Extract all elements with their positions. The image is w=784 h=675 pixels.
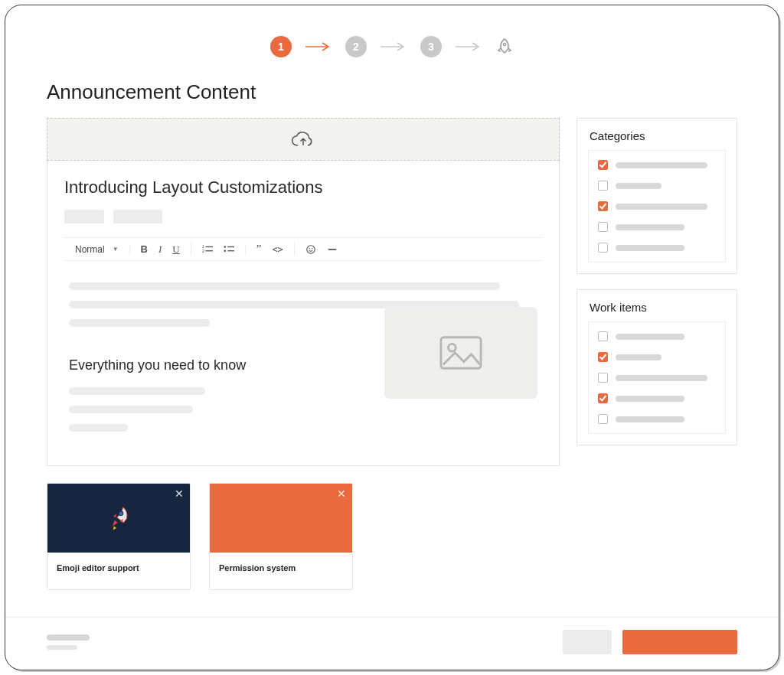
text-placeholder: [69, 406, 193, 413]
arrow-icon: [305, 42, 332, 51]
editor-column: Introducing Layout Customizations Normal…: [47, 118, 560, 617]
text-placeholder: [616, 396, 684, 402]
emoji-icon[interactable]: [305, 244, 316, 255]
text-placeholder: [616, 245, 684, 251]
svg-point-13: [309, 247, 309, 248]
checkbox[interactable]: [598, 243, 608, 253]
editor-card: Introducing Layout Customizations Normal…: [47, 161, 560, 466]
list-item[interactable]: [598, 352, 716, 362]
text-placeholder: [616, 375, 707, 381]
svg-point-8: [224, 246, 226, 248]
categories-list: [588, 150, 726, 262]
checkbox[interactable]: [598, 373, 608, 383]
ordered-list-icon[interactable]: 12: [202, 244, 213, 255]
step-3[interactable]: 3: [420, 36, 442, 57]
checkbox[interactable]: [598, 201, 608, 211]
text-placeholder: [616, 354, 662, 360]
text-placeholder: [616, 416, 684, 422]
chevron-down-icon: ▼: [113, 246, 119, 253]
list-item[interactable]: [598, 181, 716, 191]
post-title[interactable]: Introducing Layout Customizations: [64, 178, 542, 197]
svg-point-10: [224, 249, 226, 252]
checkbox[interactable]: [598, 160, 608, 170]
format-select[interactable]: Normal ▼: [75, 244, 119, 255]
step-1[interactable]: 1: [270, 36, 292, 57]
quote-button[interactable]: ”: [256, 243, 262, 256]
checkbox[interactable]: [598, 393, 608, 403]
editor-body[interactable]: Everything you need to know: [64, 261, 542, 442]
text-placeholder: [616, 224, 684, 230]
panel-title: Categories: [577, 119, 737, 150]
arrow-icon: [456, 42, 482, 51]
footer-meta: [47, 634, 90, 650]
upload-dropzone[interactable]: [47, 118, 560, 161]
format-label: Normal: [75, 244, 105, 255]
text-placeholder: [616, 162, 707, 168]
app-window: 1 2 3 Announcement Content Introducing L: [5, 5, 779, 670]
list-item[interactable]: [598, 393, 716, 403]
bullet-list-icon[interactable]: [224, 244, 234, 255]
list-item[interactable]: [598, 331, 716, 341]
checkbox[interactable]: [598, 352, 608, 362]
text-placeholder: [47, 645, 77, 650]
svg-text:2: 2: [202, 248, 204, 253]
attachment-card[interactable]: ✕ Emoji editor support: [47, 483, 191, 590]
categories-panel: Categories: [577, 118, 737, 274]
text-placeholder: [69, 282, 500, 290]
attachment-thumb: ✕: [210, 484, 352, 553]
svg-point-14: [312, 247, 312, 248]
text-placeholder: [616, 183, 662, 189]
checkbox[interactable]: [598, 222, 608, 232]
list-item[interactable]: [598, 243, 716, 253]
footer-actions: [563, 630, 737, 654]
arrow-icon: [381, 42, 407, 51]
code-button[interactable]: <>: [272, 244, 283, 255]
editor-toolbar: Normal ▼ B I U 12 ” <>: [64, 237, 542, 261]
content-subheading: Everything you need to know: [69, 357, 364, 373]
svg-rect-16: [441, 338, 481, 369]
attachment-title: Emoji editor support: [47, 553, 190, 589]
tag-placeholder[interactable]: [64, 210, 104, 223]
secondary-button[interactable]: [563, 630, 612, 654]
text-placeholder: [69, 387, 205, 395]
svg-point-12: [307, 245, 315, 253]
svg-point-3: [503, 43, 505, 45]
main-content: Introducing Layout Customizations Normal…: [5, 118, 779, 617]
italic-button[interactable]: I: [158, 243, 162, 256]
checkbox[interactable]: [598, 414, 608, 424]
list-item[interactable]: [598, 373, 716, 383]
text-placeholder: [69, 319, 210, 327]
underline-button[interactable]: U: [172, 243, 179, 256]
rocket-icon: [103, 502, 136, 535]
bold-button[interactable]: B: [141, 243, 148, 255]
sidebar: Categories Work items: [577, 118, 737, 617]
attachment-thumb: ✕: [47, 484, 190, 553]
svg-point-17: [449, 344, 456, 351]
primary-button[interactable]: [622, 630, 737, 654]
list-item[interactable]: [598, 414, 716, 424]
list-item[interactable]: [598, 201, 716, 211]
wizard-stepper: 1 2 3: [5, 5, 779, 73]
divider-icon[interactable]: [327, 244, 338, 255]
list-item[interactable]: [598, 160, 716, 170]
text-placeholder: [616, 204, 707, 210]
work-items-list: [588, 321, 726, 434]
attachment-card[interactable]: ✕ Permission system: [209, 483, 353, 590]
close-icon[interactable]: ✕: [175, 488, 184, 499]
checkbox[interactable]: [598, 331, 608, 341]
close-icon[interactable]: ✕: [337, 488, 346, 499]
work-items-panel: Work items: [577, 289, 737, 445]
text-placeholder: [47, 634, 90, 641]
cloud-upload-icon: [290, 129, 316, 150]
image-icon: [439, 334, 483, 371]
rocket-icon: [495, 38, 514, 56]
text-placeholder: [616, 334, 684, 340]
step-2[interactable]: 2: [345, 36, 367, 57]
tag-row: [64, 210, 542, 223]
tag-placeholder[interactable]: [113, 210, 162, 223]
image-placeholder[interactable]: [384, 338, 537, 399]
svg-point-18: [119, 511, 123, 516]
list-item[interactable]: [598, 222, 716, 232]
attachment-title: Permission system: [210, 553, 352, 589]
checkbox[interactable]: [598, 181, 608, 191]
